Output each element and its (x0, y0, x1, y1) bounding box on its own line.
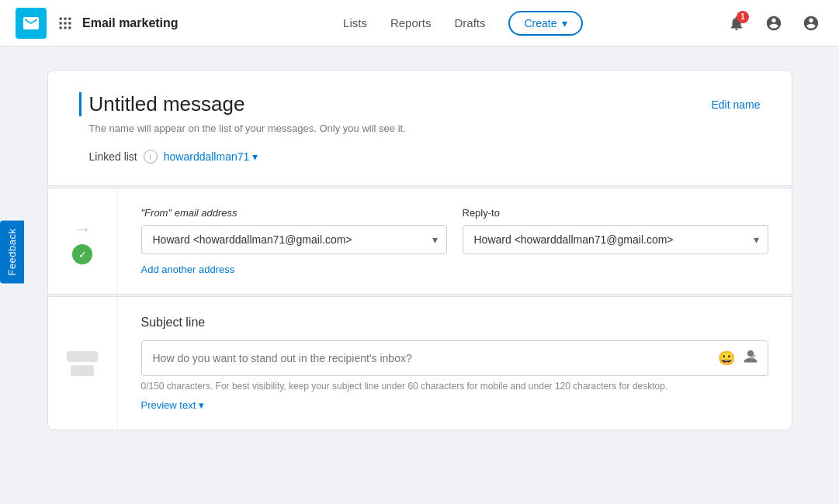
step-rectangle-icon-2 (71, 365, 94, 376)
svg-rect-4 (64, 22, 66, 24)
step-rectangle-icon (67, 351, 98, 362)
message-title-row: Untitled message Edit name (79, 92, 761, 116)
svg-rect-1 (64, 17, 66, 19)
message-name-card: Untitled message Edit name The name will… (47, 70, 792, 186)
forward-arrow-icon: → (73, 218, 92, 240)
subject-icons: 😀 (718, 349, 758, 368)
feedback-sidebar[interactable]: Feedback (0, 220, 24, 283)
svg-rect-8 (68, 26, 71, 29)
feedback-label: Feedback (0, 220, 24, 283)
from-step-icons: → ✓ (48, 188, 118, 294)
svg-rect-5 (68, 22, 71, 24)
user-icon[interactable] (799, 11, 823, 36)
nav-reports[interactable]: Reports (390, 16, 432, 29)
svg-rect-0 (60, 17, 62, 19)
add-address-button[interactable]: Add another address (141, 264, 235, 275)
from-main-col: "From" email address Howard <howarddallm… (118, 188, 792, 294)
reply-to-select[interactable]: Howard <howarddallman71@gmail.com> (463, 225, 768, 254)
from-label: "From" email address (141, 207, 447, 219)
header-logo: Email marketing (16, 8, 179, 39)
logo-icon[interactable] (16, 8, 47, 39)
svg-rect-7 (64, 26, 66, 29)
cards-container: Untitled message Edit name The name will… (47, 70, 792, 430)
emoji-icon[interactable]: 😀 (718, 350, 735, 367)
app-name: Email marketing (82, 16, 179, 30)
svg-rect-2 (68, 17, 71, 19)
grid-icon[interactable] (54, 12, 76, 34)
check-icon: ✓ (72, 244, 92, 264)
main-content: Untitled message Edit name The name will… (0, 47, 839, 455)
create-button[interactable]: Create ▾ (508, 11, 582, 36)
subject-input[interactable] (142, 341, 768, 375)
message-title: Untitled message (79, 92, 245, 116)
settings-icon[interactable] (761, 11, 786, 36)
linked-list-label: Linked list (89, 150, 137, 163)
notification-button[interactable]: 1 (724, 11, 749, 36)
info-icon[interactable]: i (144, 150, 158, 164)
chevron-down-icon: ▾ (252, 150, 258, 163)
subject-title: Subject line (141, 316, 768, 330)
svg-rect-6 (60, 26, 62, 29)
header-actions: 1 (724, 11, 823, 36)
subject-step-icons (48, 297, 118, 430)
svg-rect-3 (60, 22, 62, 24)
personalize-icon[interactable] (743, 349, 758, 368)
subject-main-col: Subject line 😀 0/150 characters. For b (118, 297, 792, 430)
preview-text-button[interactable]: Preview text ▾ (141, 399, 205, 411)
message-subtitle: The name will appear on the list of your… (89, 123, 761, 134)
notification-badge: 1 (737, 11, 749, 23)
edit-name-button[interactable]: Edit name (711, 98, 760, 111)
nav-lists[interactable]: Lists (343, 16, 367, 29)
header: Email marketing Lists Reports Drafts Cre… (0, 0, 839, 47)
from-select-wrapper: Howard <howarddallman71@gmail.com> (141, 225, 447, 254)
from-select[interactable]: Howard <howarddallman71@gmail.com> (141, 225, 447, 254)
subject-hint: 0/150 characters. For best visibility, k… (141, 381, 768, 392)
reply-to-select-wrapper: Howard <howarddallman71@gmail.com> (463, 225, 768, 254)
chevron-down-icon-preview: ▾ (199, 399, 204, 411)
reply-to-label: Reply-to (463, 207, 768, 219)
nav-drafts[interactable]: Drafts (454, 16, 485, 29)
subject-line-card: Subject line 😀 0/150 characters. For b (47, 296, 792, 430)
from-row: "From" email address Howard <howarddallm… (141, 207, 768, 254)
linked-list-row: Linked list i howarddallman71 ▾ (89, 150, 761, 164)
from-field-group: "From" email address Howard <howarddallm… (141, 207, 447, 254)
from-address-card: → ✓ "From" email address Howard <howardd… (47, 188, 792, 295)
linked-list-value[interactable]: howarddallman71 ▾ (164, 150, 258, 163)
subject-input-wrapper: 😀 (141, 340, 768, 376)
header-nav: Lists Reports Drafts Create ▾ (202, 11, 724, 36)
chevron-down-icon: ▾ (562, 17, 567, 29)
reply-to-field-group: Reply-to Howard <howarddallman71@gmail.c… (463, 207, 768, 254)
